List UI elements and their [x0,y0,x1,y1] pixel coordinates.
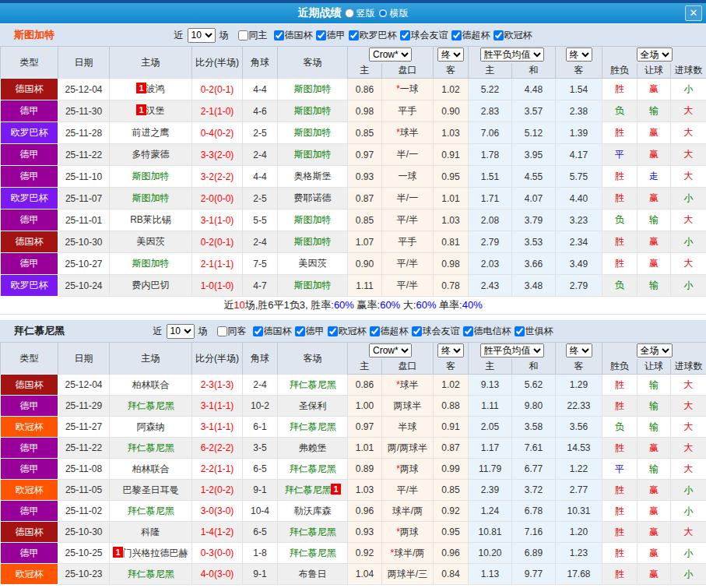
corner-cell: 2-4 [243,144,278,166]
handicap-cell: 平/半 [382,480,434,501]
date-cell: 25-11-22 [58,144,110,166]
bookmaker-select[interactable]: Crow* [369,48,412,62]
summary-segment: 近 [223,299,234,311]
scope-checkbox-label[interactable]: 同主 [237,29,268,42]
avg-home-cell: 1.78 [469,144,512,166]
league-checkbox[interactable] [253,326,263,336]
avg-away-cell: 1.39 [556,122,602,144]
league-checkbox-label[interactable]: 球会友谊 [399,29,448,42]
final-avg-select[interactable]: 终 [566,343,592,357]
team-name: 斯图加特 [132,258,170,269]
close-icon[interactable]: ✕ [685,5,702,21]
result-goals-cell: 大 [671,438,706,459]
league-checkbox[interactable] [295,326,305,336]
team-name: 汉堡 [146,105,165,116]
league-checkbox-label[interactable]: 德电信杯 [462,325,511,338]
result-wdl-cell: 胜 [602,396,638,417]
league-checkbox[interactable] [515,326,525,336]
result-handicap-cell: 输 [638,417,671,438]
scope-checkbox-label[interactable]: 同客 [216,325,247,338]
league-checkbox[interactable] [451,30,462,40]
corner-cell: 6-1 [243,417,278,438]
league-checkbox-label[interactable]: 欧罗巴杯 [347,29,397,42]
recent-count-select[interactable]: 10 [188,28,216,43]
score-cell: 3-3(2-0) [192,144,243,166]
fullmatch-select[interactable]: 全场 [637,48,673,62]
result-handicap-cell: 赢 [638,144,671,166]
date-cell: 25-11-10 [58,166,110,188]
corner-cell: 4-6 [243,100,278,122]
recent-count-select[interactable]: 10 [167,324,195,339]
league-checkbox[interactable] [349,30,359,40]
league-checkbox-label[interactable]: 德超杯 [450,29,490,42]
league-checkbox[interactable] [463,326,473,336]
result-goals-cell: 小 [671,188,706,209]
league-checkbox-label[interactable]: 德国杯 [272,29,313,42]
result-goals-cell: 大 [671,396,706,417]
odds-away-cell: 0.91 [434,417,469,438]
final-odds-select[interactable]: 终 [437,343,464,357]
away-team-cell: 拜仁慕尼黑 [278,375,348,396]
handicap-cell: 平/半 [382,209,434,231]
result-wdl-cell: 胜 [602,501,638,522]
fullmatch-select[interactable]: 全场 [637,343,673,357]
league-checkbox-label[interactable]: 球会友谊 [410,325,460,338]
league-checkbox[interactable] [328,326,338,336]
match-row: 欧冠杯25-11-05巴黎圣日耳曼1-2(0-2)9-1拜仁慕尼黑11.03平/… [1,480,706,501]
avg-away-cell: 1.29 [556,375,602,396]
avg-home-cell: 2.05 [469,417,512,438]
league-cell: 德国杯 [1,375,58,396]
league-checkbox-label[interactable]: 德甲 [314,29,346,42]
result-wdl-cell: 胜 [602,522,638,543]
league-checkbox[interactable] [370,326,380,336]
handicap-cell: *球半/两 [382,543,434,564]
corner-cell: 2-4 [243,231,278,253]
sub-column-header: 胜负 [602,63,638,79]
bookmaker-select[interactable]: Crow* [369,343,412,357]
league-checkbox-label[interactable]: 欧冠杯 [326,325,367,338]
result-handicap-cell: 赢 [638,79,671,100]
avg-away-cell: 1.22 [556,459,602,480]
scope-checkbox[interactable] [238,30,248,40]
sub-column-header: 客 [434,359,469,375]
league-checkbox[interactable] [274,30,284,40]
odds-home-cell: 1.00 [348,396,382,417]
odds-home-cell: 1.01 [348,438,382,459]
corner-cell: 2-4 [243,375,278,396]
horizontal-radio-input[interactable] [378,9,388,18]
handicap-cell: *球半 [382,375,434,396]
scope-checkbox[interactable] [217,326,227,336]
match-row: 德甲25-11-02拜仁慕尼黑3-0(3-0)10-4勒沃库森0.96球半/两0… [1,501,706,522]
avg-odds-select[interactable]: 胜平负均值 [480,343,544,357]
corner-cell: 10-4 [243,501,278,522]
away-team-cell: 拜仁慕尼黑 [278,522,348,543]
result-goals-cell: 大 [671,253,706,275]
league-checkbox[interactable] [316,30,326,40]
team-name: 巴黎圣日耳曼 [123,484,179,495]
league-checkbox[interactable] [493,30,504,40]
odds-away-cell: 0.84 [434,564,469,585]
layout-radio-vertical[interactable]: 竖版 [345,7,375,20]
home-team-cell: RB莱比锡 [110,209,192,231]
league-checkbox-label[interactable]: 德超杯 [368,325,409,338]
result-goals-cell: 小 [671,275,706,297]
odds-away-cell: 0.90 [434,100,469,122]
league-checkbox-label[interactable]: 德国杯 [251,325,292,338]
home-team-cell: 1波鸿 [110,79,192,100]
final-avg-select[interactable]: 终 [566,48,592,62]
avg-draw-cell: 7.16 [512,522,556,543]
final-odds-select[interactable]: 终 [437,48,464,62]
league-checkbox[interactable] [400,30,410,40]
league-checkbox-label[interactable]: 德甲 [293,325,325,338]
star-mark: * [396,83,400,94]
home-team-cell: 1汉堡 [110,100,192,122]
vertical-radio-input[interactable] [345,9,354,18]
layout-radio-horizontal[interactable]: 横版 [378,7,409,20]
league-checkbox-label[interactable]: 世俱杯 [513,325,553,338]
date-cell: 25-11-02 [58,501,110,522]
league-checkbox[interactable] [412,326,422,336]
league-checkbox-label[interactable]: 欧冠杯 [492,29,532,42]
avg-odds-select[interactable]: 胜平负均值 [480,48,544,62]
result-goals-cell: 大 [671,417,706,438]
date-cell: 25-11-22 [58,438,110,459]
